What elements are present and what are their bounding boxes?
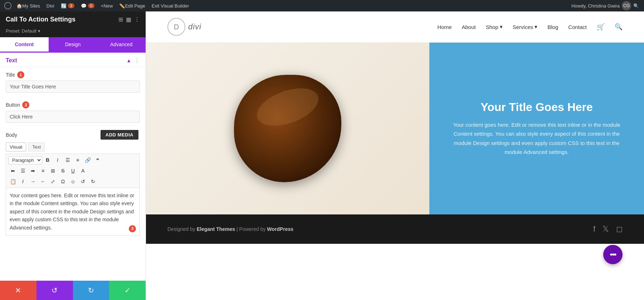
collapse-icon[interactable]: ▲ [126,58,131,63]
panel-actions: ✕ ↺ ↻ ✓ [0,281,146,300]
admin-bar-edit-page[interactable]: ✏️ Edit Page [116,0,148,11]
editor-body[interactable]: Your content goes here. Edit or remove t… [6,188,140,236]
body-label: Body [6,132,17,138]
editor-tabs: ADD MEDIA [101,130,140,140]
align-right-button[interactable]: ➡ [28,166,38,175]
visual-tab[interactable]: Visual [6,142,26,151]
nav-about[interactable]: About [462,24,475,30]
body-header: Body ADD MEDIA [6,130,140,140]
elegant-themes-link[interactable]: Elegant Themes [197,226,235,232]
redo-button[interactable]: ↻ [73,281,109,300]
admin-bar-3[interactable]: 🔄 3 [58,0,77,11]
panel-header: Call To Action Settings ⊞ ▦ ⋮ [0,11,146,28]
panel-header-icons: ⊞ ▦ ⋮ [118,16,140,23]
text-tab[interactable]: Text [28,142,45,151]
tab-content[interactable]: Content [0,37,49,53]
wp-logo-icon[interactable] [3,1,13,11]
unordered-list-button[interactable]: ☰ [63,155,72,165]
outdent-button[interactable]: ← [38,177,48,186]
hero-image-area [146,43,429,214]
hero-section: Your Title Goes Here Your content goes h… [146,43,644,214]
preset-selector[interactable]: Preset: Default ▾ [0,28,146,37]
button-input[interactable] [6,111,140,123]
settings-panel: Call To Action Settings ⊞ ▦ ⋮ Preset: De… [0,11,146,300]
blockquote-button[interactable]: ❝ [93,155,102,165]
section-more-icon[interactable]: ⋮ [134,57,140,64]
nav-home[interactable]: Home [437,24,452,30]
nav-cart-icon[interactable]: 🛒 [597,23,605,31]
cta-body: Your content goes here. Edit or remove t… [451,120,623,157]
admin-bar-mysites[interactable]: 🏠 My Sites [14,0,43,11]
body-editor-section: Body ADD MEDIA Visual Text Paragraph [0,127,146,238]
justify-button[interactable]: ≡ [38,166,48,175]
logo-circle: D [167,18,185,36]
text-section-title: Text [6,57,17,64]
editor-toolbar: Paragraph B I ☰ ≡ 🔗 ❝ ⬅ ☰ ➡ ≡ ⊞ [6,154,140,188]
wordpress-link[interactable]: WordPress [267,226,293,232]
nav-contact[interactable]: Contact [568,24,587,30]
paragraph-select[interactable]: Paragraph [8,156,42,164]
twitter-icon[interactable]: 𝕏 [602,224,609,234]
admin-bar-comments[interactable]: 💬 0 [78,0,97,11]
special-char-button[interactable]: Ω [58,177,68,186]
nav-shop[interactable]: Shop ▾ [486,24,503,30]
facebook-icon[interactable]: f [593,224,595,234]
footer-credit: Designed by Elegant Themes | Powered by … [167,226,293,232]
expand-button[interactable]: ⤢ [48,177,58,186]
body-badge: 3 [129,225,136,232]
align-left-button[interactable]: ⬅ [8,166,18,175]
panel-content: Text ▲ ⋮ Title 1 Button 2 [0,53,146,281]
button-label: Button 2 [6,101,140,108]
nav-services[interactable]: Services ▾ [513,24,538,30]
panel-tabs: Content Design Advanced [0,37,146,53]
redo-editor-button[interactable]: ↻ [88,177,98,186]
ordered-list-button[interactable]: ≡ [73,155,82,165]
undo-button[interactable]: ↺ [36,281,73,300]
indent-button[interactable]: → [28,177,38,186]
admin-search-icon[interactable]: 🔍 [631,1,641,11]
text-color-button[interactable]: A [78,166,88,175]
site-header: D divi Home About Shop ▾ Services ▾ Blog… [146,11,644,43]
title-badge: 1 [17,71,24,78]
emoji-button[interactable]: ☺ [68,177,78,186]
floating-action-button[interactable]: ••• [603,245,623,264]
nav-search-icon[interactable]: 🔍 [615,23,623,31]
italic-button[interactable]: I [53,155,62,165]
title-field-group: Title 1 [0,67,146,97]
tab-advanced[interactable]: Advanced [97,37,146,53]
title-input[interactable] [6,81,140,93]
italic2-button[interactable]: I [18,177,28,186]
cancel-button[interactable]: ✕ [0,281,36,300]
editor-body-text: Your content goes here. Edit or remove t… [10,193,134,231]
admin-bar-exit-vb[interactable]: Exit Visual Builder [149,0,192,11]
bold-button[interactable]: B [43,155,52,165]
section-actions: ▲ ⋮ [126,57,140,64]
site-nav: Home About Shop ▾ Services ▾ Blog Contac… [437,23,623,31]
panel-title: Call To Action Settings [6,16,75,23]
tab-design[interactable]: Design [49,37,97,53]
title-label: Title 1 [6,71,140,78]
strikethrough-button[interactable]: S [58,166,68,175]
panel-icon-responsive[interactable]: ⊞ [118,16,123,23]
nav-blog[interactable]: Blog [547,24,558,30]
panel-icon-more[interactable]: ⋮ [134,16,140,23]
hero-cta: Your Title Goes Here Your content goes h… [429,43,644,214]
admin-bar-divi[interactable]: Divi [44,0,57,11]
instagram-icon[interactable]: ◻ [616,224,623,234]
site-preview: D divi Home About Shop ▾ Services ▾ Blog… [146,11,644,300]
align-center-button[interactable]: ☰ [18,166,28,175]
add-media-button[interactable]: ADD MEDIA [101,130,138,140]
admin-bar: 🏠 My Sites Divi 🔄 3 💬 0 + New ✏️ Edit Pa… [0,0,644,11]
link-button[interactable]: 🔗 [83,155,92,165]
table-button[interactable]: ⊞ [48,166,58,175]
admin-user-info: Howdy, Christina Gwira CG [571,1,631,10]
button-field-group: Button 2 [0,97,146,127]
underline-button[interactable]: U [68,166,78,175]
admin-bar-new[interactable]: + New [98,0,116,11]
undo-editor-button[interactable]: ↺ [78,177,88,186]
button-badge: 2 [22,101,29,108]
logo-text: divi [188,22,201,32]
panel-icon-columns[interactable]: ▦ [126,16,131,23]
paste-button[interactable]: 📋 [8,177,18,186]
save-button[interactable]: ✓ [109,281,146,300]
